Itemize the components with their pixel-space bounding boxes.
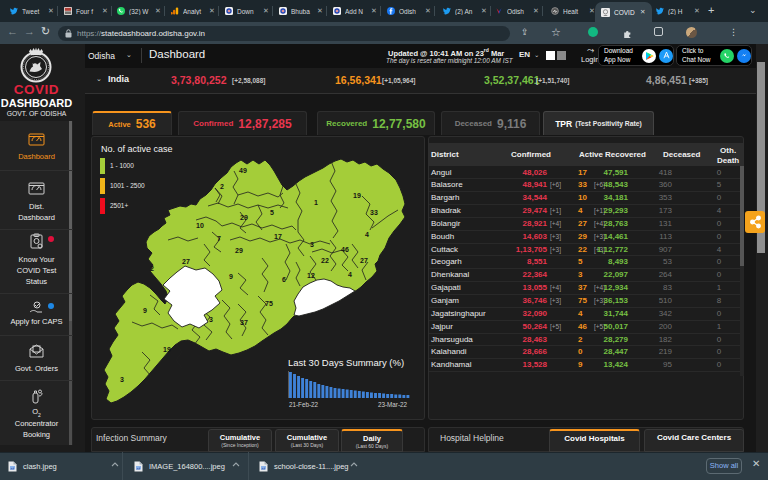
svg-text:4: 4 [365,231,369,238]
svg-text:12: 12 [307,272,315,279]
svg-text:6: 6 [282,276,286,283]
svg-text:49: 49 [239,167,247,174]
svg-text:1: 1 [314,199,318,206]
svg-text:19: 19 [163,346,171,353]
svg-text:3: 3 [120,376,124,383]
svg-text:9: 9 [143,307,147,314]
svg-text:22: 22 [321,257,329,264]
svg-text:29: 29 [235,247,243,254]
svg-text:3: 3 [209,316,213,323]
svg-text:27: 27 [182,258,190,265]
svg-text:9: 9 [229,273,233,280]
svg-text:2: 2 [220,183,224,190]
svg-text:33: 33 [370,209,378,216]
svg-text:17: 17 [274,233,282,240]
svg-text:75: 75 [265,300,273,307]
svg-text:37: 37 [240,319,248,326]
svg-text:46: 46 [341,246,349,253]
svg-text:27: 27 [360,257,368,264]
svg-text:3: 3 [310,241,314,248]
svg-text:29: 29 [240,214,248,221]
svg-text:10: 10 [196,222,204,229]
svg-text:19: 19 [353,192,361,199]
svg-text:7: 7 [217,235,221,242]
svg-text:5: 5 [270,209,274,216]
svg-text:2: 2 [150,265,154,272]
svg-text:4: 4 [348,271,352,278]
